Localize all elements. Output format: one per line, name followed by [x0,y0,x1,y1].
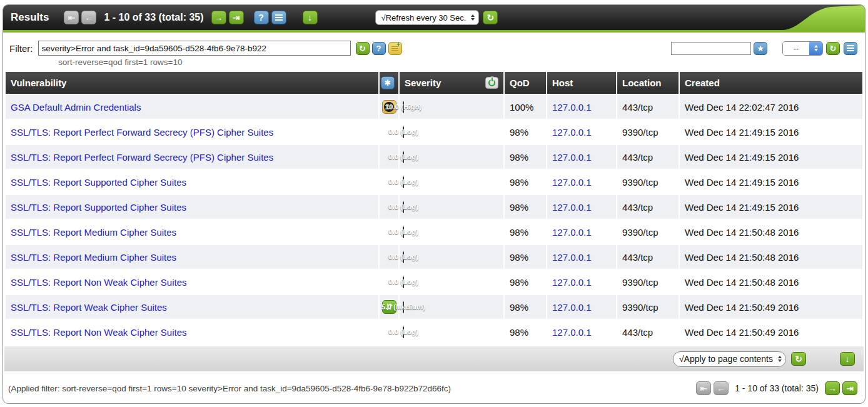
host-link[interactable]: 127.0.0.1 [552,327,592,338]
vulnerability-link[interactable]: SSL/TLS: Report Medium Cipher Suites [11,252,176,263]
combo-arrows-icon [809,42,822,55]
header-location[interactable]: Location [617,72,679,94]
severity-bar: 0.0 (Log) [403,251,404,263]
vulnerability-link[interactable]: SSL/TLS: Report Weak Cipher Suites [11,302,167,313]
overrides-toggle-button[interactable] [485,77,498,89]
vulnerability-link[interactable]: SSL/TLS: Report Supported Cipher Suites [11,177,186,188]
edit-filters-button[interactable] [844,42,857,55]
qod-cell: 98% [505,245,546,269]
created-cell: Wed Dec 14 21:50:48 2016 [680,220,862,244]
severity-bar: 0.0 (Log) [403,201,404,213]
severity-bar: 10.0 (High) [403,101,404,113]
solution-type-icon[interactable]: ✱ [381,76,395,89]
created-cell: Wed Dec 14 21:50:49 2016 [680,320,862,344]
location-cell: 9390/tcp [617,170,679,194]
created-cell: Wed Dec 14 21:49:15 2016 [680,120,862,144]
vulnerability-link[interactable]: SSL/TLS: Report Perfect Forward Secrecy … [11,152,273,163]
results-tbody: GSA Default Admin Credentials ↻ 10.0 (Hi… [6,95,862,344]
table-footer-bar: √Apply to page contents ↻ ↓ [4,346,864,371]
refresh-now-button[interactable]: ↻ [483,11,498,24]
update-filter-button[interactable]: ↻ [356,42,370,55]
title-bar: Results ⇤ ← 1 - 10 of 33 (total: 35) → ⇥… [3,5,865,33]
host-link[interactable]: 127.0.0.1 [552,302,592,313]
severity-cell: 0.0 (Log) [400,170,503,194]
qod-cell: 98% [505,270,546,294]
host-cell: 127.0.0.1 [547,220,616,244]
header-vulnerability[interactable]: Vulnerability [6,72,378,94]
list-view-button[interactable] [271,11,286,24]
first-page-button[interactable]: ⇤ [64,11,79,24]
list-icon [275,14,283,21]
host-link[interactable]: 127.0.0.1 [552,152,592,163]
header-created[interactable]: Created [680,72,862,94]
host-link[interactable]: 127.0.0.1 [552,252,592,263]
vulnerability-link[interactable]: GSA Default Admin Credentials [11,102,141,113]
filter-bar: Filter: ↻ ? + ★ -- ↻ [3,33,865,56]
vulnerability-link[interactable]: SSL/TLS: Report Supported Cipher Suites [11,202,186,213]
previous-page-button[interactable]: ← [81,11,96,24]
vulnerability-cell: SSL/TLS: Report Weak Cipher Suites [6,295,378,319]
previous-page-button-bottom[interactable]: ← [714,381,729,395]
qod-cell: 98% [505,295,546,319]
host-cell: 127.0.0.1 [547,95,616,119]
download-filtered-button[interactable]: ↓ [840,352,855,366]
results-window: Results ⇤ ← 1 - 10 of 33 (total: 35) → ⇥… [3,4,865,404]
severity-header-label: Severity [405,78,441,88]
apply-saved-filter-button[interactable]: ↻ [826,42,840,55]
vulnerability-link[interactable]: SSL/TLS: Report Non Weak Cipher Suites [11,277,187,288]
last-page-button[interactable]: ⇥ [229,11,244,24]
download-button[interactable]: ↓ [303,11,318,24]
host-link[interactable]: 127.0.0.1 [552,227,592,238]
select-arrows-icon [778,356,782,362]
vulnerability-link[interactable]: SSL/TLS: Report Non Weak Cipher Suites [11,327,187,338]
table-row: GSA Default Admin Credentials ↻ 10.0 (Hi… [6,95,862,119]
location-cell: 443/tcp [617,320,679,344]
vulnerability-link[interactable]: SSL/TLS: Report Medium Cipher Suites [11,227,176,238]
table-row: SSL/TLS: Report Weak Cipher Suites ⇵ 5.0… [6,295,862,319]
refresh-interval-select[interactable]: √Refresh every 30 Sec. [375,10,480,25]
filter-input[interactable] [38,41,351,56]
header-host[interactable]: Host [547,72,616,94]
save-filter-button[interactable]: ★ [754,42,767,55]
vulnerability-cell: SSL/TLS: Report Medium Cipher Suites [6,245,378,269]
help-button[interactable]: ? [254,11,269,24]
list-icon [847,45,854,52]
vulnerability-cell: SSL/TLS: Report Supported Cipher Suites [6,195,378,219]
host-link[interactable]: 127.0.0.1 [552,127,592,138]
location-cell: 9390/tcp [617,220,679,244]
filter-help-button[interactable]: ? [372,42,386,55]
severity-cell: 5.0 (Medium) [400,295,503,319]
severity-bar: 0.0 (Log) [403,126,404,138]
table-row: SSL/TLS: Report Non Weak Cipher Suites 0… [6,270,862,294]
filter-name-input[interactable] [671,42,751,55]
qod-cell: 98% [505,145,546,169]
host-link[interactable]: 127.0.0.1 [552,277,592,288]
vulnerability-cell: SSL/TLS: Report Medium Cipher Suites [6,220,378,244]
new-filter-button[interactable]: + [388,42,402,55]
host-cell: 127.0.0.1 [547,320,616,344]
page-title: Results [11,11,49,24]
first-page-button-bottom[interactable]: ⇤ [696,381,711,395]
host-link[interactable]: 127.0.0.1 [552,102,592,113]
location-cell: 443/tcp [617,145,679,169]
location-cell: 443/tcp [617,195,679,219]
host-link[interactable]: 127.0.0.1 [552,177,592,188]
header-severity[interactable]: Severity [400,72,503,94]
severity-cell: 0.0 (Log) [400,145,503,169]
next-page-button-bottom[interactable]: → [825,381,840,395]
severity-bar: 0.0 (Log) [403,276,404,288]
vulnerability-link[interactable]: SSL/TLS: Report Perfect Forward Secrecy … [11,127,273,138]
header-qod[interactable]: QoD [505,72,546,94]
host-link[interactable]: 127.0.0.1 [552,202,592,213]
saved-filter-select[interactable]: -- [782,41,823,56]
last-page-button-bottom[interactable]: ⇥ [842,381,857,395]
bulk-action-select[interactable]: √Apply to page contents [673,351,786,367]
created-cell: Wed Dec 14 21:50:48 2016 [680,270,862,294]
apply-bulk-action-button[interactable]: ↻ [791,352,806,366]
severity-bar: 5.0 (Medium) [403,301,404,313]
next-page-button[interactable]: → [211,11,226,24]
header-solution-type[interactable]: ✱ [380,72,398,94]
created-cell: Wed Dec 14 21:49:15 2016 [680,170,862,194]
bottom-status-row: (Applied filter: sort-reverse=qod first=… [3,371,865,395]
bulk-action-value: √Apply to page contents [679,354,773,364]
